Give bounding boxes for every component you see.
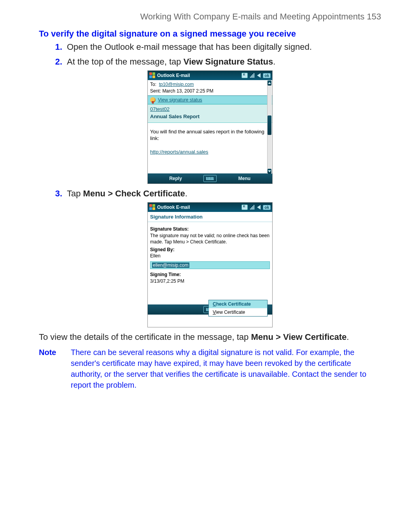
step-2-pre: At the top of the message, tap bbox=[67, 57, 184, 66]
signature-status-header: Signature Status: bbox=[150, 226, 270, 232]
step-2-text: At the top of the message, tap View Sign… bbox=[67, 56, 381, 68]
step-3-bold: Menu > Check Certificate bbox=[83, 189, 185, 198]
screenshot-1-container: Outlook E-mail ok To: tp10@misip.com Sen… bbox=[39, 70, 381, 184]
device-outlook-message: Outlook E-mail ok To: tp10@misip.com Sen… bbox=[147, 70, 273, 184]
step-2-number: 2. bbox=[39, 56, 67, 68]
signed-by-name: Ellen bbox=[150, 253, 270, 259]
to-label: To: bbox=[150, 82, 156, 87]
body-line-1: You will find the annual sales report in… bbox=[150, 128, 266, 142]
sent-label: Sent: bbox=[150, 88, 161, 94]
connection-icon[interactable] bbox=[242, 73, 248, 78]
certificate-icon bbox=[150, 97, 156, 103]
message-body: You will find the annual sales report in… bbox=[148, 123, 272, 173]
signer-email-field[interactable]: ellen@misip.com bbox=[150, 261, 270, 269]
steps-list: 1. Open the Outlook e-mail message that … bbox=[39, 41, 381, 67]
step-3-number: 3. bbox=[39, 188, 67, 199]
sender-link[interactable]: 07test02 bbox=[150, 106, 266, 112]
message-header: To: tp10@misip.com Sent: March 13, 2007 … bbox=[148, 80, 272, 95]
app-title: Outlook E-mail bbox=[157, 73, 190, 78]
body-link[interactable]: http://reports/annual.sales bbox=[150, 149, 208, 155]
signed-by-header: Signed By: bbox=[150, 247, 270, 253]
note-label: Note bbox=[39, 347, 62, 390]
subject-text: Annual Sales Report bbox=[150, 114, 266, 119]
post-steps-text: To view the details of the certificate i… bbox=[39, 331, 381, 343]
step-2: 2. At the top of the message, tap View S… bbox=[39, 56, 381, 68]
ok-button[interactable]: ok bbox=[263, 73, 271, 78]
signer-email-text: ellen@misip.com bbox=[152, 262, 189, 268]
signature-status-block: Signature Status: The signature may not … bbox=[148, 222, 272, 260]
step-1-number: 1. bbox=[39, 41, 67, 53]
menu-check-rest: heck Certificate bbox=[216, 301, 251, 307]
post-text-pre: To view the details of the certificate i… bbox=[39, 332, 251, 342]
signature-info-title: Signature Information bbox=[148, 212, 272, 222]
signing-time-header: Signing Time: bbox=[150, 271, 270, 278]
post-text-post: . bbox=[346, 332, 349, 342]
step-3-pre: Tap bbox=[67, 189, 83, 198]
step-2-post: . bbox=[273, 57, 275, 66]
post-text-bold: Menu > View Certificate bbox=[251, 332, 346, 342]
screenshot-2-container: Outlook E-mail ok Signature Information … bbox=[39, 202, 381, 327]
subject-block: 07test02 Annual Sales Report bbox=[148, 104, 272, 123]
keyboard-icon[interactable] bbox=[203, 175, 217, 182]
volume-icon[interactable] bbox=[257, 205, 261, 210]
signal-icon[interactable] bbox=[250, 205, 255, 210]
view-signature-bar[interactable]: View signature status bbox=[148, 96, 272, 104]
menu-check-accel: C bbox=[213, 301, 216, 307]
signing-time-value: 3/13/07,2:25 PM bbox=[150, 278, 270, 284]
titlebar-2: Outlook E-mail ok bbox=[148, 203, 272, 212]
menu-popup: Check Certificate View Certificate bbox=[208, 300, 268, 317]
steps-list-cont: 3. Tap Menu > Check Certificate. bbox=[39, 188, 381, 199]
scrollbar[interactable] bbox=[267, 80, 272, 173]
softkey-right[interactable]: Menu bbox=[217, 176, 272, 181]
soft-key-bar: Reply Menu bbox=[148, 173, 272, 184]
softkey-left[interactable]: Reply bbox=[148, 176, 203, 181]
step-3-post: . bbox=[185, 189, 187, 198]
note-body: There can be several reasons why a digit… bbox=[71, 347, 381, 390]
step-1: 1. Open the Outlook e-mail message that … bbox=[39, 41, 381, 53]
titlebar: Outlook E-mail ok bbox=[148, 71, 272, 80]
step-2-bold: View Signature Status bbox=[184, 57, 273, 66]
connection-icon[interactable] bbox=[242, 205, 248, 210]
app-title-2: Outlook E-mail bbox=[157, 205, 190, 210]
menu-item-view-certificate[interactable]: View Certificate bbox=[209, 308, 267, 316]
chapter-header: Working With Company E-mails and Meeting… bbox=[39, 12, 381, 22]
menu-view-accel: V bbox=[213, 310, 216, 315]
step-3-text: Tap Menu > Check Certificate. bbox=[67, 188, 381, 199]
ok-button-2[interactable]: ok bbox=[263, 205, 271, 210]
device-signature-info: Outlook E-mail ok Signature Information … bbox=[147, 202, 273, 327]
start-icon[interactable] bbox=[149, 204, 156, 210]
view-signature-link[interactable]: View signature status bbox=[158, 97, 202, 103]
note-block: Note There can be several reasons why a … bbox=[39, 347, 381, 390]
to-link[interactable]: tp10@misip.com bbox=[159, 82, 194, 87]
section-title: To verify the digital signature on a sig… bbox=[39, 29, 381, 39]
scroll-down-icon[interactable] bbox=[268, 169, 271, 174]
signing-time-block: Signing Time: 3/13/07,2:25 PM bbox=[148, 271, 272, 285]
signal-icon[interactable] bbox=[250, 73, 255, 78]
menu-view-rest: iew Certificate bbox=[216, 310, 245, 315]
volume-icon[interactable] bbox=[257, 73, 261, 78]
scroll-thumb[interactable] bbox=[268, 115, 271, 135]
step-1-text: Open the Outlook e-mail message that has… bbox=[67, 41, 381, 53]
sent-value: March 13, 2007 2:25 PM bbox=[162, 88, 213, 94]
scroll-up-icon[interactable] bbox=[268, 80, 271, 86]
menu-item-check-certificate[interactable]: Check Certificate bbox=[209, 300, 267, 308]
start-icon[interactable] bbox=[149, 72, 156, 79]
step-3: 3. Tap Menu > Check Certificate. bbox=[39, 188, 381, 199]
signature-status-text: The signature may not be valid; no onlin… bbox=[150, 233, 270, 245]
